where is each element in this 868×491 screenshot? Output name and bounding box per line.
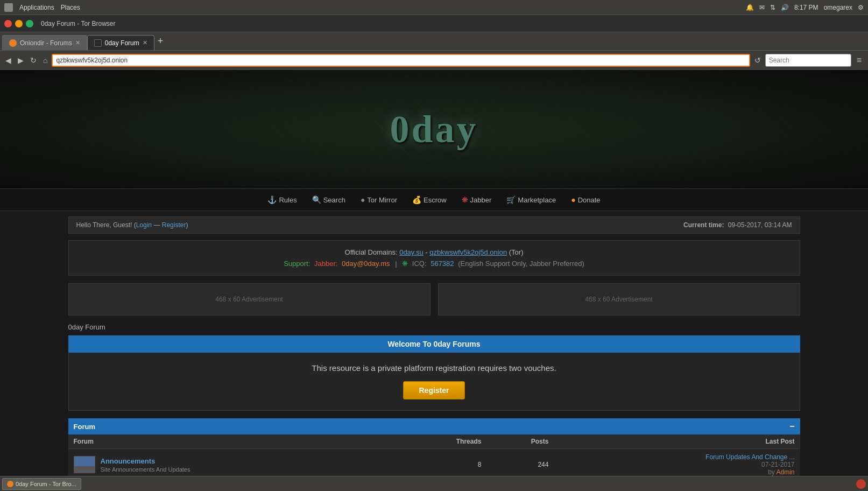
domain1-link[interactable]: 0day.su [399,248,424,256]
forum-section-title: Forum [74,423,95,431]
current-time: Current time: 09-05-2017, 03:14 AM [683,221,792,229]
nav-search[interactable]: 🔍 Search [305,193,353,206]
site-logo: 0day [390,107,478,152]
col-posts: Posts [486,434,554,449]
refresh-button[interactable]: ↺ [752,55,763,66]
last-post-author-announcements[interactable]: Admin [776,468,794,476]
welcome-banner: Welcome To 0day Forums [68,335,800,353]
forum-icon-top [74,457,95,466]
tab-close-oniondir[interactable]: ✕ [75,39,80,46]
new-tab-button[interactable]: + [154,36,167,47]
last-post-by-announcements: by Admin [559,468,794,476]
browser-title: 0day Forum - Tor Browser [41,20,116,27]
nav-escrow-label: Escrow [424,196,447,204]
window-maximize-button[interactable] [26,20,33,27]
nav-jabber[interactable]: ❋ Jabber [454,193,499,206]
browser-titlebar: 0day Forum - Tor Browser [0,15,868,32]
guest-greeting: Hello There, Guest! (Login — Register) [76,221,188,229]
domains-line: Official Domains: 0day.su - qzbkwswfv5k2… [76,248,792,256]
taskbar-favicon [7,481,13,487]
tab-bar: Oniondir - Forums ✕ 0day Forum ✕ + [0,32,868,51]
escrow-icon: 💰 [412,195,421,204]
os-applications-menu[interactable]: Applications [19,4,54,11]
forum-name-cell-announcements: Announcements Site Announcements And Upd… [74,456,397,473]
site-main: Hello There, Guest! (Login — Register) C… [58,211,811,491]
last-post-title-announcements[interactable]: Forum Updates And Change ... [559,453,794,461]
nav-rules[interactable]: ⚓ Rules [260,193,304,206]
os-power-icon: ⚙ [858,4,864,11]
tab-0day[interactable]: 0day Forum ✕ [87,35,154,50]
forum-table-header-row: Forum Threads Posts Last Post [68,434,800,449]
welcome-content: This resource is a private platform regi… [68,353,800,411]
forum-name-announcements[interactable]: Announcements [101,457,190,465]
tab-favicon-0day [94,39,102,47]
forum-info-announcements: Announcements Site Announcements And Upd… [101,457,190,473]
donate-icon: ● [571,195,575,204]
os-app-icon [4,3,13,12]
browser-menu-button[interactable]: ≡ [853,54,865,66]
tab-close-0day[interactable]: ✕ [143,39,147,46]
tab-favicon-oniondir [9,39,17,47]
nav-escrow[interactable]: 💰 Escrow [405,193,454,206]
url-input[interactable] [52,54,750,67]
col-forum: Forum [68,434,402,449]
support-line: Support: Jabber: 0day@0day.ms | ❋ ICQ: 5… [76,259,792,268]
taskbar-item-label: 0day Forum - Tor Bro... [16,481,76,487]
ad-box-2: 468 x 60 Advertisement [438,283,800,315]
domain-banner: Official Domains: 0day.su - qzbkwswfv5k2… [68,240,800,276]
os-notification-icon: 🔔 [746,4,754,11]
os-time: 8:17 PM [794,4,818,11]
nav-rules-label: Rules [279,196,297,204]
window-minimize-button[interactable] [15,20,23,27]
last-post-date-announcements: 07-21-2017 [559,461,794,468]
nav-marketplace-label: Marketplace [518,196,556,204]
forward-button[interactable]: ▶ [16,55,26,66]
marketplace-icon: 🛒 [506,195,516,204]
nav-tor-mirror[interactable]: ● Tor Mirror [353,193,405,206]
nav-jabber-label: Jabber [470,196,492,204]
collapse-button[interactable]: − [789,422,794,431]
nav-marketplace[interactable]: 🛒 Marketplace [499,193,563,206]
address-bar: ◀ ▶ ↻ ⌂ ↺ ≡ [0,51,868,70]
search-input[interactable] [765,54,851,67]
nav-donate-label: Donate [578,196,601,204]
ad-box-1: 468 x 60 Advertisement [68,283,431,315]
site-wrapper: 0day ⚓ Rules 🔍 Search ● Tor Mirror 💰 Esc… [0,70,868,491]
os-bar-right: 🔔 ✉ ⇅ 🔊 8:17 PM omegarex ⚙ [746,4,864,11]
nav-tor-label: Tor Mirror [367,196,397,204]
site-nav: ⚓ Rules 🔍 Search ● Tor Mirror 💰 Escrow ❋… [0,188,868,211]
taskbar-right [856,479,866,489]
taskbar-badge [856,479,866,489]
os-volume-icon: 🔊 [781,4,789,11]
ad-row: 468 x 60 Advertisement 468 x 60 Advertis… [68,283,800,315]
os-user: omegarex [824,4,852,11]
taskbar: 0day Forum - Tor Bro... [0,476,868,491]
register-button[interactable]: Register [403,381,464,399]
nav-donate[interactable]: ● Donate [563,193,608,206]
taskbar-browser-item[interactable]: 0day Forum - Tor Bro... [2,478,81,490]
os-bar: Applications Places 🔔 ✉ ⇅ 🔊 8:17 PM omeg… [0,0,868,15]
guest-bar: Hello There, Guest! (Login — Register) C… [68,216,800,234]
tab-label-0day: 0day Forum [105,39,139,47]
login-link[interactable]: Login [136,221,152,229]
tor-icon: ● [361,195,365,204]
os-system-icon: ⇅ [770,4,775,11]
back-button[interactable]: ◀ [3,55,13,66]
reload-button[interactable]: ↻ [28,55,39,66]
jabber-icon: ❋ [462,195,468,204]
forum-page-title: 0day Forum [68,323,800,331]
nav-search-label: Search [323,196,345,204]
domain2-link[interactable]: qzbkwswfv5k2oj5d.onion [429,248,507,256]
forum-icon-announcements [74,456,95,473]
tab-oniondir[interactable]: Oniondir - Forums ✕ [2,35,87,50]
welcome-message: This resource is a private platform regi… [80,363,789,373]
col-last-post: Last Post [554,434,800,449]
forum-icon-bottom [74,466,95,473]
os-bar-left: Applications Places [4,3,80,12]
window-close-button[interactable] [4,20,12,27]
os-places-menu[interactable]: Places [61,4,80,11]
home-button[interactable]: ⌂ [41,55,50,66]
register-link[interactable]: Register [162,221,186,229]
os-email-icon: ✉ [759,4,765,11]
forum-desc-announcements: Site Announcements And Updates [101,466,190,473]
